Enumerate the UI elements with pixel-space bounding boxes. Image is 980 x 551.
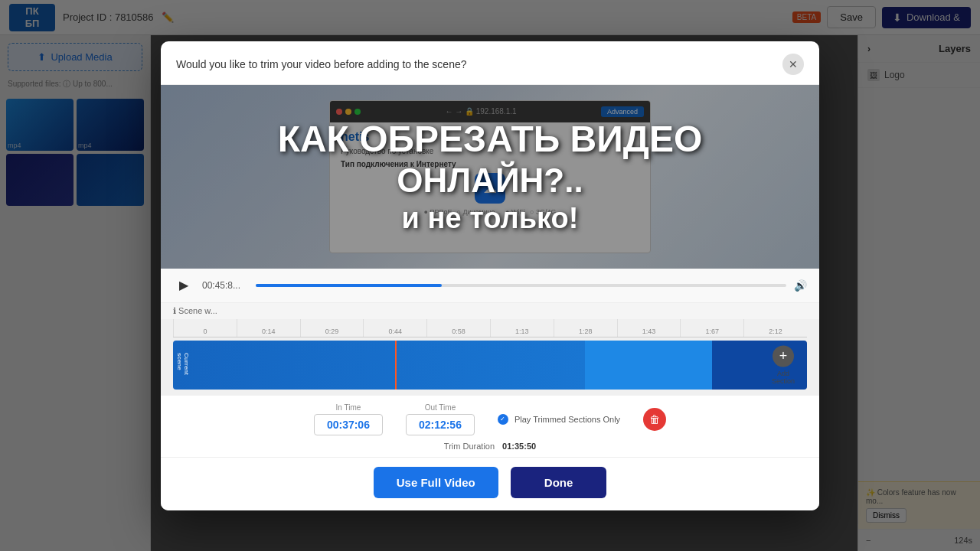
modal-header: Would you like to trim your video before… [161, 41, 819, 85]
timeline-area: 0 0:14 0:29 0:44 0:58 1:13 1:28 1:43 1:6… [161, 319, 819, 396]
ruler-mark: 0 [173, 319, 237, 337]
ruler-mark: 2:12 [743, 319, 807, 337]
progress-bar[interactable] [256, 284, 786, 287]
time-display: 00:45:8... [202, 280, 248, 291]
trim-duration-row: Trim Duration 01:35:50 [161, 439, 819, 457]
timeline-ruler: 0 0:14 0:29 0:44 0:58 1:13 1:28 1:43 1:6… [173, 319, 807, 337]
trim-duration-label: Trim Duration [444, 442, 495, 451]
in-time-value[interactable]: 00:37:06 [314, 414, 383, 435]
modal-question: Would you like to trim your video before… [176, 58, 467, 70]
ruler-mark: 0:44 [363, 319, 426, 337]
ruler-mark: 0:14 [237, 319, 300, 337]
trim-controls-row: In Time 00:37:06 Out Time 02:12:56 ✓ Pla… [161, 396, 819, 439]
ruler-mark: 0:58 [426, 319, 490, 337]
play-trimmed-checkbox[interactable]: ✓ [498, 414, 508, 425]
timeline-playhead[interactable] [395, 341, 397, 390]
ruler-mark: 1:13 [490, 319, 554, 337]
ruler-mark: 0:29 [300, 319, 364, 337]
play-trimmed-container: ✓ Play Trimmed Sections Only [498, 414, 620, 425]
trash-icon: 🗑 [649, 413, 660, 425]
scene-info: ℹ Scene w... [161, 303, 819, 319]
in-time-field: In Time 00:37:06 [314, 403, 383, 435]
info-icon: ℹ [173, 306, 178, 315]
done-button[interactable]: Done [511, 467, 607, 498]
timeline-segment-light [585, 341, 712, 390]
play-button[interactable]: ▶ [173, 275, 194, 296]
trim-modal: Would you like to trim your video before… [161, 41, 819, 510]
ruler-mark: 1:67 [680, 319, 743, 337]
trim-duration-value: 01:35:50 [502, 442, 536, 451]
ruler-mark: 1:28 [554, 319, 617, 337]
timeline-track[interactable]: Current scene [173, 341, 807, 390]
modal-overlay[interactable]: Would you like to trim your video before… [0, 0, 980, 551]
video-preview: ← → 🔒 192.168.1.1 Advanced netis Руковод… [161, 85, 819, 269]
modal-footer: Use Full Video Done [161, 457, 819, 510]
add-section-button[interactable]: + AddSection [772, 345, 795, 384]
use-full-video-button[interactable]: Use Full Video [374, 467, 498, 498]
progress-bar-fill [256, 284, 442, 287]
video-controls: ▶ 00:45:8... 🔊 [161, 269, 819, 303]
add-section-icon: + [773, 345, 794, 367]
volume-icon[interactable]: 🔊 [794, 279, 807, 292]
modal-close-button[interactable]: ✕ [782, 54, 804, 75]
add-section-label: AddSection [772, 369, 795, 384]
timeline-track-wrapper: Current scene + AddSection [173, 341, 807, 390]
out-time-field: Out Time 02:12:56 [406, 403, 475, 435]
overlay-heading: КАК ОБРЕЗАТЬ ВИДЕО ОНЛАЙН?.. и не только… [278, 117, 703, 236]
current-scene-label: Current scene [176, 353, 190, 377]
ruler-mark: 1:43 [617, 319, 681, 337]
play-trimmed-label: Play Trimmed Sections Only [514, 415, 620, 424]
out-time-value[interactable]: 02:12:56 [406, 414, 475, 435]
in-time-label: In Time [336, 403, 361, 412]
out-time-label: Out Time [425, 403, 456, 412]
delete-trim-button[interactable]: 🗑 [643, 408, 666, 431]
timeline-segment-dark: Current scene [173, 341, 585, 390]
video-overlay-text: КАК ОБРЕЗАТЬ ВИДЕО ОНЛАЙН?.. и не только… [161, 85, 819, 269]
